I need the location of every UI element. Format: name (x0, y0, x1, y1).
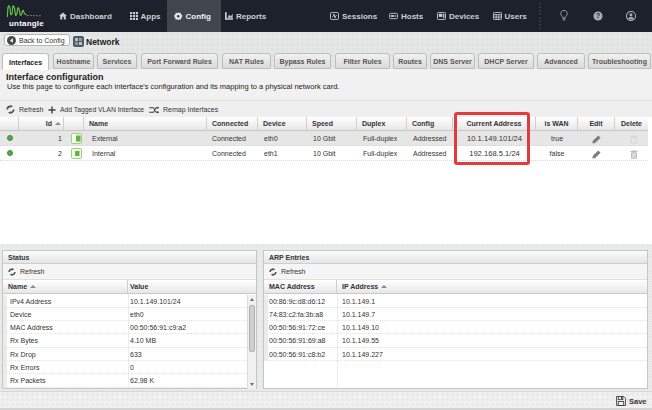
svg-text:?: ? (596, 12, 600, 19)
